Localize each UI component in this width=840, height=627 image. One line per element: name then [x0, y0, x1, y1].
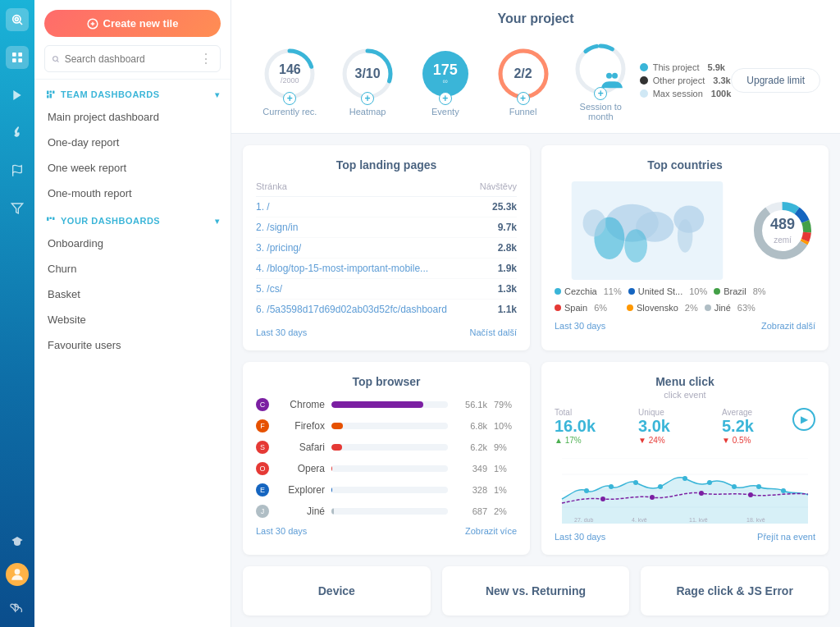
options-dots[interactable]: ⋮ — [199, 51, 213, 66]
heatmap-plus[interactable]: + — [361, 92, 374, 105]
donut-area: 489 zemí — [750, 198, 815, 263]
flame-icon[interactable] — [6, 121, 29, 144]
sidebar-item-favourite[interactable]: Favourite users — [34, 332, 231, 358]
metric-circle-rec: 146 /2000 + — [260, 44, 319, 103]
team-dashboards-section: TEAM DASHBOARDS ▾ — [34, 80, 231, 104]
browser-name-opera: Opera — [276, 463, 325, 474]
browser-pct: 1% — [494, 485, 517, 495]
browser-bar-track — [331, 423, 448, 429]
lp-footer-right[interactable]: Načíst další — [470, 327, 517, 337]
browser-icon-safari: S — [256, 441, 269, 454]
funnel-plus[interactable]: + — [517, 92, 530, 105]
svg-point-61 — [756, 484, 761, 489]
team-chevron[interactable]: ▾ — [215, 90, 220, 99]
browser-footer-right[interactable]: Zobrazit více — [465, 526, 517, 536]
browser-name-jiné: Jiné — [276, 506, 325, 517]
sidebar-item-one-mouth[interactable]: One-mouth report — [34, 181, 231, 206]
svg-rect-22 — [50, 217, 52, 220]
search-box[interactable]: ⋮ — [44, 45, 221, 72]
browser-icon-firefox: F — [256, 419, 269, 432]
svg-point-54 — [584, 488, 589, 493]
menu-click-footer-left[interactable]: Last 30 days — [555, 532, 605, 542]
browser-bar-fill — [331, 465, 332, 472]
svg-rect-4 — [18, 53, 22, 57]
create-new-tile-button[interactable]: Create new tile — [44, 10, 221, 37]
svg-line-15 — [57, 60, 59, 62]
menu-stat-item: Average 5.2k ▼ 0.5% — [722, 408, 792, 445]
your-chevron[interactable]: ▾ — [215, 217, 220, 226]
new-returning-tile[interactable]: New vs. Returning — [442, 566, 630, 616]
svg-point-2 — [15, 17, 18, 21]
session-label: Session to month — [568, 102, 633, 121]
metric-circle-funnel: 2/2 + — [494, 44, 553, 103]
rage-click-tile[interactable]: Rage click & JS Error — [641, 566, 829, 616]
sidebar-item-one-week[interactable]: One week report — [34, 155, 231, 181]
browser-count: 349 — [454, 464, 487, 474]
country-item: United St...10% — [628, 286, 707, 296]
device-tile[interactable]: Device — [243, 566, 431, 616]
browser-bar-fill — [331, 487, 332, 493]
session-plus[interactable]: + — [594, 87, 607, 100]
play-icon[interactable] — [6, 84, 29, 107]
browser-pct: 79% — [494, 400, 517, 410]
svg-rect-17 — [50, 91, 52, 94]
sidebar-item-one-day[interactable]: One-day report — [34, 130, 231, 155]
browser-row: E Explorer 328 1% — [256, 483, 517, 497]
project-header: Your project 146 /2000 + Currently rec. — [231, 0, 840, 134]
content-grid: Top landing pages Stránka Návštěvy 1. /2… — [231, 134, 840, 566]
menu-click-footer-right[interactable]: Přejít na event — [757, 532, 815, 542]
menu-click-subtitle: click event — [555, 390, 815, 400]
landing-pages-rows: 1. /25.3k2. /sign/in9.7k3. /pricing/2.8k… — [256, 197, 517, 319]
rec-label: Currently rec. — [262, 107, 317, 117]
search-icon[interactable] — [6, 8, 29, 31]
sidebar-item-main-project[interactable]: Main project dashboard — [34, 104, 231, 130]
grid-icon[interactable] — [6, 46, 29, 69]
browser-icon-explorer: E — [256, 483, 269, 497]
svg-marker-7 — [13, 90, 21, 100]
menu-click-chart: 27. dub 4. kvě 11. kvě 18. kvě — [555, 458, 815, 524]
svg-point-58 — [682, 476, 687, 481]
rec-plus[interactable]: + — [283, 92, 296, 105]
sidebar-item-churn[interactable]: Churn — [34, 256, 231, 281]
browser-count: 328 — [454, 485, 487, 495]
countries-footer-right[interactable]: Zobrazit další — [761, 321, 815, 331]
legend-label-other: Other project — [653, 76, 705, 85]
countries-title: Top countries — [555, 158, 815, 172]
svg-point-41 — [678, 219, 692, 253]
legend-this-project: This project 5.9k — [640, 62, 732, 72]
svg-text:4. kvě: 4. kvě — [632, 517, 647, 523]
svg-rect-18 — [52, 91, 55, 94]
browser-bar-track — [331, 508, 448, 515]
your-icon — [46, 216, 56, 226]
countries-footer-left[interactable]: Last 30 days — [555, 321, 605, 331]
icon-bar — [0, 0, 34, 627]
eventy-plus[interactable]: + — [439, 92, 452, 105]
sidebar-item-onboarding[interactable]: Onboarding — [34, 231, 231, 256]
menu-stat-item: Unique 3.0k ▼ 24% — [638, 408, 709, 445]
avatar[interactable] — [6, 563, 29, 586]
graduation-icon[interactable] — [6, 530, 29, 553]
country-item: Jiné63% — [705, 303, 770, 313]
sidebar-item-website[interactable]: Website — [34, 307, 231, 332]
search-input[interactable] — [65, 53, 194, 65]
browser-icon-opera: O — [256, 462, 269, 475]
filter-icon[interactable] — [6, 197, 29, 220]
lp-row: 1. /25.3k — [256, 197, 517, 217]
top-browser-card: Top browser C Chrome 56.1k 79% F Firefox… — [243, 362, 530, 555]
browser-footer-left[interactable]: Last 30 days — [256, 526, 307, 536]
infinity-icon[interactable] — [6, 596, 29, 619]
lp-footer-left[interactable]: Last 30 days — [256, 327, 307, 337]
search-box-icon — [52, 54, 60, 64]
flag-icon[interactable] — [6, 159, 29, 182]
svg-point-59 — [707, 480, 712, 485]
upgrade-limit-button[interactable]: Upgrade limit — [731, 68, 820, 93]
menu-click-play[interactable]: ▶ — [792, 408, 815, 431]
metric-legend: This project 5.9k Other project 3.3k Max… — [640, 62, 732, 98]
sidebar-item-basket[interactable]: Basket — [34, 281, 231, 307]
browser-count: 6.8k — [454, 421, 487, 431]
metric-eventy: 175 ∞ + Eventy — [406, 41, 484, 120]
country-item: Cezchia11% — [555, 286, 622, 296]
sidebar: Create new tile ⋮ TEAM DASHBOARDS ▾ Main… — [34, 0, 231, 627]
browser-name-firefox: Firefox — [276, 420, 325, 432]
project-metrics: 146 /2000 + Currently rec. 3/10 — [251, 36, 820, 125]
